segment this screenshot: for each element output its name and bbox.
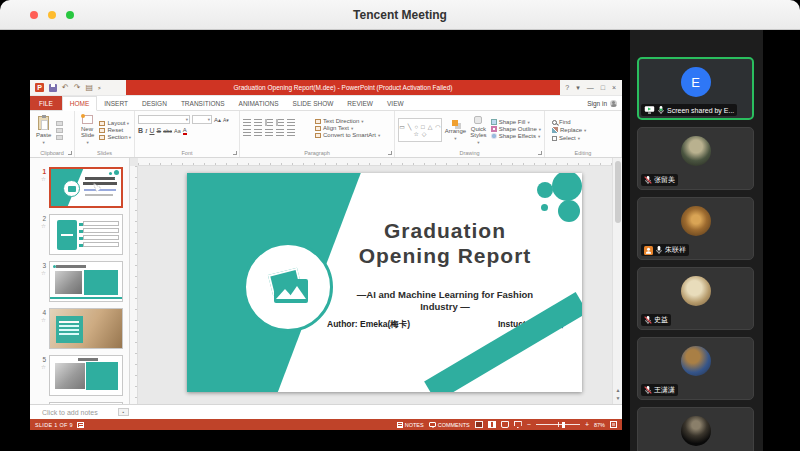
section-button[interactable]: Section	[99, 134, 131, 140]
slide-canvas[interactable]: Graduation Opening Report —AI and Machin…	[187, 173, 582, 392]
font-family-select[interactable]	[138, 115, 190, 124]
quick-styles-button[interactable]: Quick Styles	[469, 114, 488, 146]
next-slide-icon[interactable]: ▼	[614, 396, 622, 401]
convert-smartart-button[interactable]: Convert to SmartArt	[315, 132, 380, 138]
slide-thumbnail-panel[interactable]: 1 2	[30, 158, 130, 404]
justify-icon[interactable]	[276, 129, 284, 136]
ppt-close-icon[interactable]	[612, 84, 616, 91]
customize-qat-icon[interactable]: ⸗	[98, 84, 101, 92]
bold-icon[interactable]	[138, 127, 143, 134]
arrange-button[interactable]: Arrange	[445, 114, 466, 146]
redo-icon[interactable]: ↷	[74, 84, 81, 92]
select-button[interactable]: Select	[552, 135, 586, 141]
change-case-icon[interactable]	[174, 127, 181, 135]
fit-slide-to-window-icon[interactable]	[610, 421, 617, 428]
participant-tile[interactable]: 朱联祥	[637, 197, 754, 260]
notes-pane[interactable]: ▪ Click to add notes	[30, 404, 622, 419]
shape-effects-button[interactable]: Shape Effects	[491, 133, 541, 139]
shape-gallery[interactable]: ▭ ╲ ○ □ △ ◠ ☆ ◇	[398, 118, 442, 142]
decrease-indent-icon[interactable]	[265, 119, 273, 126]
comments-toggle-button[interactable]: COMMENTS	[429, 422, 470, 428]
scrollbar-thumb[interactable]	[615, 161, 621, 223]
text-direction-button[interactable]: Text Direction	[315, 118, 380, 124]
reading-view-icon[interactable]	[501, 421, 509, 428]
zoom-out-icon[interactable]: −	[527, 421, 531, 428]
new-slide-button[interactable]: New Slide	[78, 114, 97, 146]
italic-icon[interactable]	[145, 127, 147, 135]
drawing-dialog-launcher[interactable]	[538, 151, 542, 155]
close-button[interactable]	[30, 11, 38, 19]
help-icon[interactable]	[565, 84, 569, 91]
tab-insert[interactable]: INSERT	[97, 96, 135, 110]
zoom-slider[interactable]	[536, 424, 580, 425]
increase-font-size-icon[interactable]	[214, 116, 221, 123]
strikethrough-icon[interactable]	[156, 127, 161, 134]
shape-outline-button[interactable]: Shape Outline	[491, 126, 541, 132]
thumbnail-collapse-button[interactable]: ▪	[118, 408, 129, 416]
tab-review[interactable]: REVIEW	[340, 96, 380, 110]
participant-tile[interactable]: 张留美	[637, 127, 754, 190]
zoom-slider-thumb[interactable]	[562, 422, 565, 428]
find-button[interactable]: Find	[552, 119, 586, 125]
columns-icon[interactable]	[287, 129, 295, 136]
tab-animations[interactable]: ANIMATIONS	[232, 96, 286, 110]
sign-in-button[interactable]: Sign in	[587, 96, 617, 110]
zoom-in-icon[interactable]: +	[585, 421, 589, 428]
participant-tile[interactable]: 王潇潇	[637, 337, 754, 400]
numbering-icon[interactable]	[254, 119, 262, 126]
layout-button[interactable]: Layout	[99, 120, 131, 126]
ppt-restore-icon[interactable]	[601, 84, 605, 91]
fullscreen-button[interactable]	[66, 11, 74, 19]
ppt-window-title: Graduation Opening Report(M.dee) - Power…	[126, 80, 560, 95]
align-center-icon[interactable]	[254, 129, 262, 136]
slideshow-view-icon[interactable]	[514, 421, 522, 428]
format-painter-icon[interactable]	[56, 135, 63, 140]
increase-indent-icon[interactable]	[276, 119, 284, 126]
normal-view-icon[interactable]	[475, 421, 483, 428]
font-dialog-launcher[interactable]	[233, 151, 237, 155]
participant-tile[interactable]	[637, 407, 754, 451]
start-slideshow-icon[interactable]: ▤	[85, 84, 93, 92]
save-icon[interactable]	[49, 84, 57, 92]
thumbnail-slide-3[interactable]: 3	[30, 261, 129, 302]
reset-button[interactable]: Reset	[99, 127, 131, 133]
ppt-minimize-icon[interactable]	[587, 84, 594, 91]
font-color-icon[interactable]	[183, 126, 187, 135]
decrease-font-size-icon[interactable]	[223, 116, 229, 123]
align-left-icon[interactable]	[243, 129, 251, 136]
align-text-button[interactable]: Align Text	[315, 125, 380, 131]
tab-design[interactable]: DESIGN	[135, 96, 174, 110]
align-right-icon[interactable]	[265, 129, 273, 136]
ribbon-options-icon[interactable]	[576, 84, 580, 91]
text-shadow-icon[interactable]	[163, 127, 172, 135]
notes-toggle-button[interactable]: NOTES	[397, 422, 424, 428]
thumbnail-slide-1[interactable]: 1	[30, 167, 129, 208]
replace-button[interactable]: Replace	[552, 127, 586, 133]
tab-home[interactable]: HOME	[62, 96, 98, 111]
thumbnail-slide-5[interactable]: 5	[30, 355, 129, 396]
tab-transitions[interactable]: TRANSITIONS	[174, 96, 232, 110]
spell-check-icon[interactable]	[77, 422, 84, 428]
font-size-select[interactable]	[192, 115, 212, 124]
tab-view[interactable]: VIEW	[380, 96, 411, 110]
previous-slide-icon[interactable]: ▲	[614, 388, 622, 393]
participant-tile[interactable]: 史益	[637, 267, 754, 330]
undo-icon[interactable]: ↶	[62, 84, 69, 92]
paste-button[interactable]: Paste	[33, 114, 54, 146]
paragraph-dialog-launcher[interactable]	[388, 151, 392, 155]
underline-icon[interactable]	[149, 127, 154, 134]
participant-tile-sharer[interactable]: E Screen shared by E...	[637, 57, 754, 120]
minimize-button[interactable]	[48, 11, 56, 19]
cut-icon[interactable]	[56, 121, 63, 126]
slide-scrollbar[interactable]: ▲ ▼	[612, 158, 622, 404]
tab-file[interactable]: FILE	[30, 96, 62, 110]
copy-icon[interactable]	[56, 128, 63, 133]
thumbnail-slide-2[interactable]: 2	[30, 214, 129, 255]
bullets-icon[interactable]	[243, 119, 251, 126]
line-spacing-icon[interactable]	[287, 119, 295, 126]
tab-slideshow[interactable]: SLIDE SHOW	[286, 96, 341, 110]
slide-sorter-view-icon[interactable]	[488, 421, 496, 428]
thumbnail-slide-4[interactable]: 4	[30, 308, 129, 349]
shape-fill-button[interactable]: Shape Fill	[491, 119, 541, 125]
clipboard-dialog-launcher[interactable]	[68, 151, 72, 155]
